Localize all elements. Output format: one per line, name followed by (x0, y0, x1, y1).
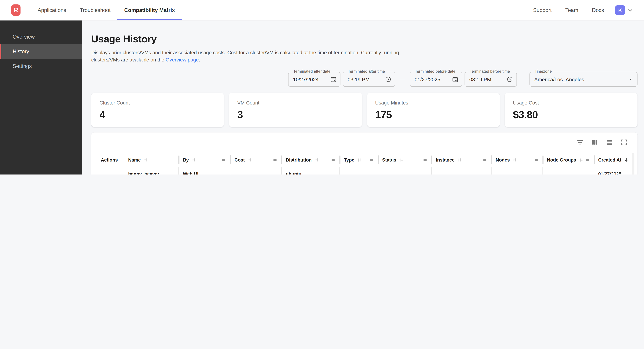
filter-field-terminated-before-time[interactable]: Terminated before time03:19 PM (464, 72, 517, 87)
column-header-by[interactable]: By (179, 153, 230, 167)
columns-button[interactable] (590, 138, 599, 147)
column-menu-icon[interactable] (272, 157, 278, 162)
column-header-instance[interactable]: Instance (432, 153, 492, 167)
column-header-actions: Actions (97, 153, 124, 167)
column-menu-icon[interactable] (330, 157, 336, 162)
filter-button[interactable] (576, 138, 584, 147)
column-menu-icon[interactable] (369, 157, 374, 162)
app-logo-letter: R (14, 6, 18, 14)
stat-card-cluster-count: Cluster Count4 (91, 93, 224, 127)
vertical-scrollbar[interactable] (632, 153, 634, 174)
filter-field-label: Timezone (533, 69, 554, 73)
filter-field-timezone[interactable]: TimezoneAmerica/Los_Angeles (530, 72, 638, 87)
table-body: happy_beavera48d9324Web UIname@domain.co… (97, 167, 634, 174)
page-description: Displays prior clusters/VMs and their as… (91, 49, 624, 63)
column-header-cost[interactable]: Cost (230, 153, 282, 167)
column-menu-icon[interactable] (422, 157, 428, 162)
description-text: Displays prior clusters/VMs and their as… (91, 50, 399, 62)
tab-applications[interactable]: Applications (31, 0, 73, 20)
filter-field-value: 03:19 PM (469, 76, 504, 82)
column-header-type[interactable]: Type (340, 153, 378, 167)
nav-link-docs[interactable]: Docs (585, 7, 611, 13)
column-header-label: Node Groups (547, 157, 576, 162)
sort-icon (143, 157, 148, 162)
sort-icon (357, 157, 362, 162)
app-logo[interactable]: R (11, 4, 20, 16)
filter-field-label: Terminated before time (468, 69, 512, 73)
avatar[interactable]: K (615, 5, 625, 15)
usage-table-card: ActionsNameByCostDistributionTypeStatusI… (91, 132, 638, 174)
column-header-distribution[interactable]: Distribution (282, 153, 340, 167)
filter-field-value: America/Los_Angeles (534, 76, 625, 82)
cell-type: vm (340, 167, 378, 174)
tab-troubleshoot[interactable]: Troubleshoot (73, 0, 118, 20)
fullscreen-button[interactable] (620, 138, 628, 147)
clock-icon[interactable] (385, 76, 392, 82)
column-header-label: Cost (234, 157, 245, 162)
calendar-icon[interactable] (452, 76, 458, 82)
nav-link-team[interactable]: Team (558, 7, 585, 13)
filter-field-terminated-after-date[interactable]: Terminated after date10/27/2024 (288, 72, 340, 87)
filter-row: Terminated after date10/27/2024Terminate… (91, 72, 638, 87)
density-icon (606, 139, 613, 146)
column-header-label: Actions (101, 157, 118, 162)
filter-field-terminated-before-date[interactable]: Terminated before date01/27/2025 (410, 72, 462, 87)
cell-name: happy_beavera48d9324 (124, 167, 179, 174)
column-menu-icon[interactable] (585, 157, 590, 162)
page-title: Usage History (91, 33, 638, 45)
tab-compatibility-matrix[interactable]: Compatibility Matrix (118, 0, 182, 20)
cluster-name: happy_beaver (128, 171, 174, 174)
sort-icon (191, 157, 196, 162)
caret-icon[interactable] (628, 76, 634, 82)
column-header-name[interactable]: Name (124, 153, 179, 167)
sidebar-item-settings[interactable]: Settings (0, 59, 82, 73)
stat-value: 4 (100, 109, 216, 121)
sidebar: OverviewHistorySettings (0, 20, 82, 174)
app-root: R ApplicationsTroubleshootCompatibility … (0, 0, 644, 174)
filter-field-terminated-after-time[interactable]: Terminated after time03:19 PM (343, 72, 395, 87)
distribution-name: ubuntu (286, 171, 335, 174)
columns-icon (591, 139, 598, 146)
column-menu-icon[interactable] (221, 157, 226, 162)
nav-link-support[interactable]: Support (526, 7, 558, 13)
column-header-label: Type (344, 157, 354, 162)
filter-field-value: 03:19 PM (348, 76, 382, 82)
column-header-created-at[interactable]: Created At (594, 153, 634, 167)
column-menu-icon[interactable] (534, 157, 539, 162)
chevron-down-icon[interactable] (627, 7, 634, 13)
column-header-label: Created At (598, 157, 622, 162)
stat-card-vm-count: VM Count3 (229, 93, 362, 127)
cell-instance: r1.small (432, 167, 492, 174)
density-button[interactable] (605, 138, 614, 147)
filter-field-value: 10/27/2024 (293, 76, 328, 82)
sort-icon (578, 157, 584, 162)
description-suffix: . (199, 57, 200, 62)
stat-label: Usage Cost (513, 100, 630, 105)
stat-label: VM Count (238, 100, 354, 105)
column-menu-icon[interactable] (482, 157, 488, 162)
top-nav: R ApplicationsTroubleshootCompatibility … (0, 0, 644, 20)
sort-icon (247, 157, 252, 162)
column-header-label: By (183, 157, 189, 162)
table-header-row: ActionsNameByCostDistributionTypeStatusI… (97, 153, 634, 167)
stat-value: $3.80 (513, 109, 630, 121)
cell-cost: $0.51 (230, 167, 282, 174)
sidebar-item-history[interactable]: History (0, 44, 82, 59)
column-header-nodes[interactable]: Nodes (492, 153, 543, 167)
overview-page-link[interactable]: Overview page (166, 57, 198, 62)
cell-actions[interactable] (97, 167, 124, 174)
column-header-node-groups[interactable]: Node Groups (543, 153, 594, 167)
sidebar-item-overview[interactable]: Overview (0, 29, 82, 44)
clock-icon[interactable] (506, 76, 513, 82)
calendar-icon[interactable] (330, 76, 337, 82)
column-header-label: Name (128, 157, 141, 162)
cell-created-at: 01/27/202503:18 PM PST (594, 167, 634, 174)
column-header-status[interactable]: Status (378, 153, 432, 167)
stat-value: 3 (238, 109, 354, 121)
sort-icon (512, 157, 517, 162)
stat-card-usage-minutes: Usage Minutes175 (367, 93, 500, 127)
sort-icon (457, 157, 462, 162)
primary-nav: ApplicationsTroubleshootCompatibility Ma… (31, 0, 182, 20)
stat-value: 175 (375, 109, 492, 121)
filter-icon (576, 139, 584, 146)
